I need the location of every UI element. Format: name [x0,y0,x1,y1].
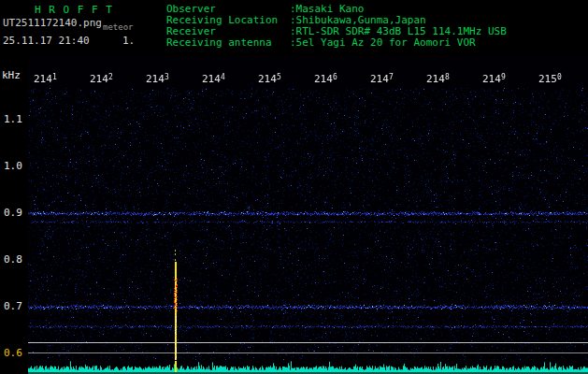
hrofft-window: H R O F F T UT2511172140.png meteor 25.1… [0,0,588,374]
time-tick-sup: 1 [52,73,57,81]
datetime-label: 25.11.17 21:40 [3,36,90,47]
time-tick-text: 214 [34,73,52,85]
time-tick-text: 214 [202,73,221,85]
time-tick-2145: 2145 [258,73,281,85]
receiving-antenna-label: Receiving antenna [166,37,272,49]
time-tick-text: 214 [258,73,277,85]
time-tick-sup: 5 [277,73,281,81]
counter-label: 1. [122,36,135,47]
time-tick-text: 215 [538,73,557,85]
freq-tick-1-0: 1.0 [4,161,26,172]
time-tick-sup: 2 [108,73,113,81]
freq-tick-0-8: 0.8 [4,254,26,266]
output-filename: UT2511172140.png [3,18,102,29]
time-tick-2146: 2146 [314,73,337,85]
time-tick-text: 214 [370,73,389,85]
time-tick-sup: 7 [389,73,394,81]
time-tick-text: 214 [482,73,501,85]
time-tick-2141: 2141 [34,73,57,85]
time-tick-2143: 2143 [146,73,169,85]
time-tick-2148: 2148 [426,73,450,85]
time-tick-text: 214 [314,73,333,85]
app-title: H R O F F T [35,5,113,16]
time-tick-text: 214 [146,73,165,85]
time-tick-text: 214 [90,73,108,85]
freq-axis-unit: kHz [2,70,21,81]
time-tick-2144: 2144 [202,73,225,85]
receiving-antenna-value: :5el Yagi Az 20 for Aomori VOR [290,37,476,49]
time-tick-sup: 4 [221,73,225,81]
freq-tick-0-7: 0.7 [4,301,26,312]
freq-tick-0-6: 0.6 [4,348,26,359]
time-tick-2142: 2142 [90,73,113,85]
time-tick-sup: 6 [333,73,337,81]
spectrogram-canvas [28,56,588,374]
time-tick-2149: 2149 [482,73,506,85]
freq-tick-1-1: 1.1 [4,114,26,125]
time-tick-sup: 8 [445,73,450,81]
time-tick-sup: 3 [165,73,169,81]
time-tick-sup: 9 [501,73,506,81]
time-tick-2150: 2150 [538,73,562,85]
mode-label: meteor [103,22,134,33]
time-tick-text: 214 [426,73,445,85]
time-tick-sup: 0 [557,73,562,81]
freq-tick-0-9: 0.9 [4,208,26,219]
time-tick-2147: 2147 [370,73,394,85]
